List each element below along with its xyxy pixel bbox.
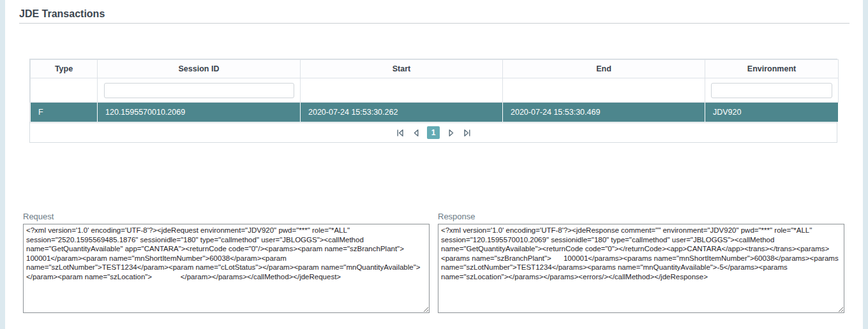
first-page-icon xyxy=(396,128,405,138)
table-header-row: Type Session ID Start End Environment xyxy=(31,60,839,78)
pagination: 1 xyxy=(30,122,837,142)
filter-row xyxy=(31,78,839,103)
request-label: Request xyxy=(23,212,430,221)
table-row[interactable]: F 120.1595570010.2069 2020-07-24 15:53:3… xyxy=(31,103,839,122)
xml-panels: Request <?xml version='1.0' encoding='UT… xyxy=(23,212,863,316)
cell-type: F xyxy=(31,103,98,122)
end-filter-cell xyxy=(503,78,705,103)
last-page-icon xyxy=(462,128,472,138)
first-page-button[interactable] xyxy=(395,128,405,138)
previous-page-icon xyxy=(412,128,421,138)
type-filter-cell xyxy=(31,78,98,103)
session-id-filter-cell xyxy=(98,78,301,103)
previous-page-button[interactable] xyxy=(411,128,421,138)
response-label: Response xyxy=(438,212,844,221)
page-title: JDE Transactions xyxy=(5,0,863,23)
cell-end: 2020-07-24 15:53:30.469 xyxy=(503,103,705,122)
session-id-filter-input[interactable] xyxy=(104,83,294,98)
cell-session-id: 120.1595570010.2069 xyxy=(98,103,301,122)
column-header-type: Type xyxy=(31,60,98,78)
request-textarea[interactable]: <?xml version='1.0' encoding='UTF-8'?><j… xyxy=(23,224,430,313)
request-panel: Request <?xml version='1.0' encoding='UT… xyxy=(23,212,430,316)
column-header-start: Start xyxy=(301,60,503,78)
cell-start: 2020-07-24 15:53:30.262 xyxy=(301,103,503,122)
last-page-button[interactable] xyxy=(461,128,472,138)
next-page-icon xyxy=(446,128,456,138)
response-panel: Response <?xml version='1.0' encoding='U… xyxy=(438,212,844,316)
response-textarea[interactable]: <?xml version='1.0' encoding='UTF-8'?><j… xyxy=(438,224,844,313)
column-header-environment: Environment xyxy=(705,60,839,78)
title-divider xyxy=(19,23,849,24)
content-area: JDE Transactions Type Session ID Start E… xyxy=(5,0,863,329)
cell-environment: JDV920 xyxy=(705,103,839,122)
environment-filter-input[interactable] xyxy=(711,83,832,98)
page-number-current[interactable]: 1 xyxy=(427,126,440,139)
environment-filter-cell xyxy=(705,78,839,103)
column-header-session-id: Session ID xyxy=(98,60,301,78)
next-page-button[interactable] xyxy=(445,128,456,138)
column-header-end: End xyxy=(503,60,705,78)
transactions-table: Type Session ID Start End Environment xyxy=(29,59,837,143)
start-filter-cell xyxy=(301,78,503,103)
